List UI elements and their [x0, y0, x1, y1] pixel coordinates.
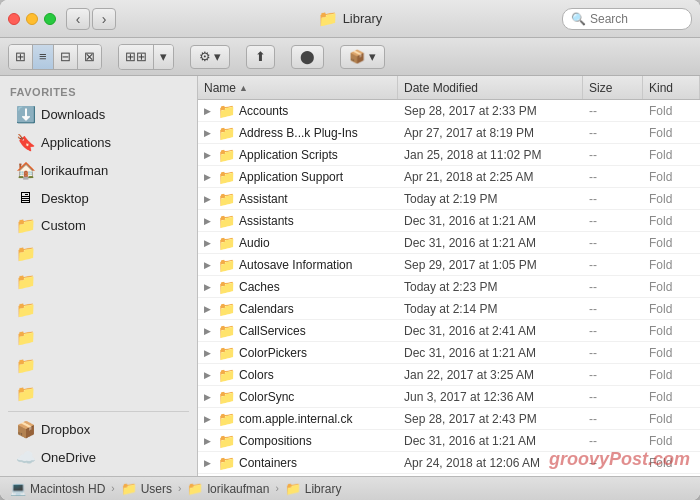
- sidebar-item-custom[interactable]: 📁 Custom: [4, 212, 193, 239]
- breadcrumb-item[interactable]: 📁Users: [121, 481, 172, 496]
- sidebar-item-onedrive[interactable]: ☁️ OneDrive: [4, 444, 193, 471]
- expand-arrow[interactable]: ▶: [204, 458, 214, 468]
- desktop-icon: 🖥: [16, 189, 34, 207]
- sidebar-item-f6[interactable]: 📁: [4, 380, 193, 407]
- file-cell-size: --: [583, 258, 643, 272]
- table-row[interactable]: ▶ 📁 Calendars Today at 2:14 PM -- Fold: [198, 298, 700, 320]
- table-row[interactable]: ▶ 📁 ColorSync Jun 3, 2017 at 12:36 AM --…: [198, 386, 700, 408]
- window-title: 📁 Library: [318, 9, 383, 28]
- file-cell-size: --: [583, 104, 643, 118]
- table-row[interactable]: ▶ 📁 Application Support Apr 21, 2018 at …: [198, 166, 700, 188]
- view-columns-btn[interactable]: ⊟: [54, 45, 78, 69]
- expand-arrow[interactable]: ▶: [204, 326, 214, 336]
- expand-arrow[interactable]: ▶: [204, 370, 214, 380]
- sidebar-item-applications[interactable]: 🔖 Applications: [4, 129, 193, 156]
- search-input[interactable]: [590, 12, 683, 26]
- action-btn[interactable]: ⚙ ▾: [190, 45, 231, 69]
- col-kind[interactable]: Kind: [643, 76, 700, 99]
- sidebar-item-downloads[interactable]: ⬇️ Downloads: [4, 101, 193, 128]
- sidebar-item-f4[interactable]: 📁: [4, 324, 193, 351]
- sidebar-item-desktop[interactable]: 🖥 Desktop: [4, 185, 193, 211]
- table-row[interactable]: ▶ 📁 Audio Dec 31, 2016 at 1:21 AM -- Fol…: [198, 232, 700, 254]
- table-row[interactable]: ▶ 📁 Colors Jan 22, 2017 at 3:25 AM -- Fo…: [198, 364, 700, 386]
- dropbox-btn[interactable]: 📦 ▾: [340, 45, 385, 69]
- back-button[interactable]: ‹: [66, 8, 90, 30]
- expand-arrow[interactable]: ▶: [204, 282, 214, 292]
- file-cell-kind: Fold: [643, 346, 700, 360]
- expand-arrow[interactable]: ▶: [204, 150, 214, 160]
- expand-arrow[interactable]: ▶: [204, 392, 214, 402]
- titlebar: ‹ › 📁 Library 🔍: [0, 0, 700, 38]
- breadcrumb-label: Macintosh HD: [30, 482, 105, 496]
- custom-label: Custom: [41, 218, 86, 233]
- file-cell-size: --: [583, 412, 643, 426]
- table-row[interactable]: ▶ 📁 Accounts Sep 28, 2017 at 2:33 PM -- …: [198, 100, 700, 122]
- folder5-icon: 📁: [16, 356, 34, 375]
- forward-button[interactable]: ›: [92, 8, 116, 30]
- table-row[interactable]: ▶ 📁 Application Scripts Jan 25, 2018 at …: [198, 144, 700, 166]
- expand-arrow[interactable]: ▶: [204, 106, 214, 116]
- downloads-icon: ⬇️: [16, 105, 34, 124]
- sidebar-item-dropbox[interactable]: 📦 Dropbox: [4, 416, 193, 443]
- table-row[interactable]: ▶ 📁 Caches Today at 2:23 PM -- Fold: [198, 276, 700, 298]
- table-row[interactable]: ▶ 📁 Autosave Information Sep 29, 2017 at…: [198, 254, 700, 276]
- home-icon: 🏠: [16, 161, 34, 180]
- table-row[interactable]: ▶ 📁 Assistant Today at 2:19 PM -- Fold: [198, 188, 700, 210]
- file-name: Caches: [239, 280, 280, 294]
- expand-arrow[interactable]: ▶: [204, 260, 214, 270]
- file-cell-date: Today at 2:14 PM: [398, 302, 583, 316]
- expand-arrow[interactable]: ▶: [204, 216, 214, 226]
- breadcrumb-item[interactable]: 💻Macintosh HD: [10, 481, 105, 496]
- expand-arrow[interactable]: ▶: [204, 194, 214, 204]
- main-content: Favorites ⬇️ Downloads 🔖 Applications 🏠 …: [0, 76, 700, 476]
- col-date[interactable]: Date Modified: [398, 76, 583, 99]
- expand-arrow[interactable]: ▶: [204, 128, 214, 138]
- close-button[interactable]: [8, 13, 20, 25]
- expand-arrow[interactable]: ▶: [204, 304, 214, 314]
- file-cell-date: Jan 25, 2018 at 11:02 PM: [398, 148, 583, 162]
- tags-btn[interactable]: ⬤: [291, 45, 324, 69]
- table-row[interactable]: ▶ 📁 Compositions Dec 31, 2016 at 1:21 AM…: [198, 430, 700, 452]
- table-row[interactable]: ▶ 📁 com.apple.internal.ck Sep 28, 2017 a…: [198, 408, 700, 430]
- folder-icon: 📁: [218, 279, 235, 295]
- table-row[interactable]: ▶ 📁 ColorPickers Dec 31, 2016 at 1:21 AM…: [198, 342, 700, 364]
- share-btn[interactable]: ⬆: [246, 45, 275, 69]
- col-size[interactable]: Size: [583, 76, 643, 99]
- search-bar[interactable]: 🔍: [562, 8, 692, 30]
- breadcrumb-item[interactable]: 📁Library: [285, 481, 342, 496]
- sidebar-item-f2[interactable]: 📁: [4, 268, 193, 295]
- sidebar-item-f5[interactable]: 📁: [4, 352, 193, 379]
- folder3-icon: 📁: [16, 300, 34, 319]
- minimize-button[interactable]: [26, 13, 38, 25]
- arrange-btn[interactable]: ⊞⊞: [119, 45, 154, 69]
- maximize-button[interactable]: [44, 13, 56, 25]
- file-cell-name: ▶ 📁 Compositions: [198, 433, 398, 449]
- file-name: CallServices: [239, 324, 306, 338]
- col-name-label: Name: [204, 81, 236, 95]
- expand-arrow[interactable]: ▶: [204, 436, 214, 446]
- view-list-btn[interactable]: ≡: [33, 45, 54, 69]
- table-row[interactable]: ▶ 📁 Address B...k Plug-Ins Apr 27, 2017 …: [198, 122, 700, 144]
- file-cell-size: --: [583, 192, 643, 206]
- expand-arrow[interactable]: ▶: [204, 414, 214, 424]
- folder-icon: 📁: [218, 213, 235, 229]
- sidebar-item-lorikaufman[interactable]: 🏠 lorikaufman: [4, 157, 193, 184]
- expand-arrow[interactable]: ▶: [204, 238, 214, 248]
- breadcrumb-icon: 📁: [285, 481, 301, 496]
- table-row[interactable]: ▶ 📁 CallServices Dec 31, 2016 at 2:41 AM…: [198, 320, 700, 342]
- breadcrumb-item[interactable]: 📁lorikaufman: [187, 481, 269, 496]
- expand-arrow[interactable]: ▶: [204, 348, 214, 358]
- view-gallery-btn[interactable]: ⊠: [78, 45, 101, 69]
- file-cell-size: --: [583, 368, 643, 382]
- arrange-dropdown-btn[interactable]: ▾: [154, 45, 173, 69]
- table-row[interactable]: ▶ 📁 Assistants Dec 31, 2016 at 1:21 AM -…: [198, 210, 700, 232]
- file-cell-date: Today at 2:23 PM: [398, 280, 583, 294]
- table-row[interactable]: ▶ 📁 Containers Apr 24, 2018 at 12:06 AM …: [198, 452, 700, 474]
- breadcrumb-separator: ›: [275, 483, 278, 494]
- breadcrumb-icon: 📁: [187, 481, 203, 496]
- sidebar-item-f1[interactable]: 📁: [4, 240, 193, 267]
- view-icon-btn[interactable]: ⊞: [9, 45, 33, 69]
- expand-arrow[interactable]: ▶: [204, 172, 214, 182]
- col-name[interactable]: Name ▲: [198, 76, 398, 99]
- sidebar-item-f3[interactable]: 📁: [4, 296, 193, 323]
